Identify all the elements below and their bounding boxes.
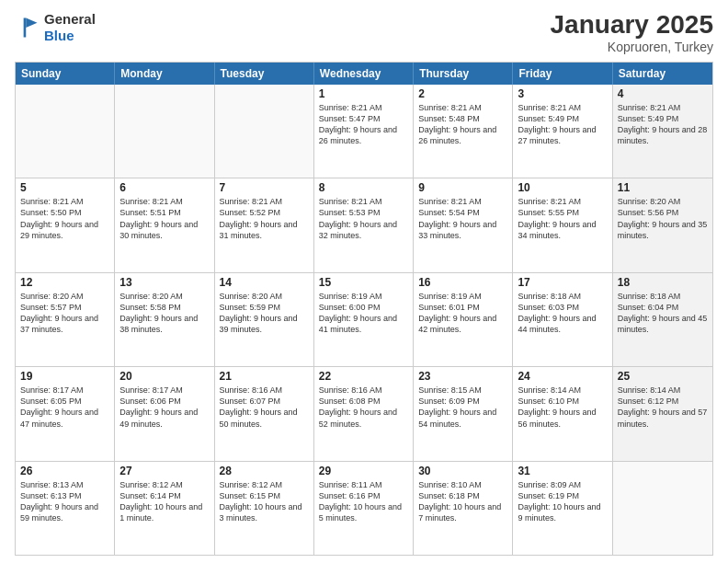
svg-rect-0 bbox=[15, 15, 40, 40]
day-info: Sunrise: 8:21 AM Sunset: 5:54 PM Dayligh… bbox=[418, 196, 507, 241]
day-info: Sunrise: 8:09 AM Sunset: 6:19 PM Dayligh… bbox=[518, 479, 607, 524]
day-info: Sunrise: 8:21 AM Sunset: 5:49 PM Dayligh… bbox=[518, 102, 607, 147]
day-number: 21 bbox=[220, 370, 309, 383]
day-cell: 25Sunrise: 8:14 AM Sunset: 6:12 PM Dayli… bbox=[613, 367, 712, 460]
day-cell: 2Sunrise: 8:21 AM Sunset: 5:48 PM Daylig… bbox=[414, 85, 513, 178]
calendar-body: 1Sunrise: 8:21 AM Sunset: 5:47 PM Daylig… bbox=[16, 85, 712, 555]
day-cell: 30Sunrise: 8:10 AM Sunset: 6:18 PM Dayli… bbox=[414, 462, 513, 555]
day-info: Sunrise: 8:14 AM Sunset: 6:10 PM Dayligh… bbox=[518, 385, 607, 430]
day-cell: 21Sunrise: 8:16 AM Sunset: 6:07 PM Dayli… bbox=[215, 367, 314, 460]
day-number: 8 bbox=[319, 181, 408, 194]
page: General Blue January 2025 Kopruoren, Tur… bbox=[0, 0, 728, 563]
day-cell: 27Sunrise: 8:12 AM Sunset: 6:14 PM Dayli… bbox=[115, 462, 214, 555]
day-info: Sunrise: 8:21 AM Sunset: 5:52 PM Dayligh… bbox=[220, 196, 309, 241]
day-info: Sunrise: 8:21 AM Sunset: 5:49 PM Dayligh… bbox=[618, 102, 708, 147]
logo: General Blue bbox=[15, 11, 96, 44]
day-cell: 13Sunrise: 8:20 AM Sunset: 5:58 PM Dayli… bbox=[115, 273, 214, 366]
day-header-thursday: Thursday bbox=[414, 63, 513, 85]
day-info: Sunrise: 8:17 AM Sunset: 6:06 PM Dayligh… bbox=[119, 385, 209, 430]
title-block: January 2025 Kopruoren, Turkey bbox=[551, 11, 713, 54]
day-number: 25 bbox=[618, 370, 708, 383]
day-number: 5 bbox=[20, 181, 109, 194]
day-info: Sunrise: 8:20 AM Sunset: 5:58 PM Dayligh… bbox=[119, 291, 209, 336]
day-number: 26 bbox=[20, 465, 109, 477]
calendar: SundayMondayTuesdayWednesdayThursdayFrid… bbox=[15, 62, 713, 556]
day-number: 3 bbox=[518, 87, 607, 100]
week-row-4: 19Sunrise: 8:17 AM Sunset: 6:05 PM Dayli… bbox=[16, 366, 712, 460]
day-header-sunday: Sunday bbox=[16, 63, 115, 85]
day-info: Sunrise: 8:14 AM Sunset: 6:12 PM Dayligh… bbox=[618, 385, 708, 430]
day-cell bbox=[613, 462, 712, 555]
day-cell: 18Sunrise: 8:18 AM Sunset: 6:04 PM Dayli… bbox=[613, 273, 712, 366]
day-number: 22 bbox=[319, 370, 408, 383]
day-cell: 26Sunrise: 8:13 AM Sunset: 6:13 PM Dayli… bbox=[16, 462, 115, 555]
day-number: 23 bbox=[418, 370, 507, 383]
day-cell: 23Sunrise: 8:15 AM Sunset: 6:09 PM Dayli… bbox=[414, 367, 513, 460]
day-number: 20 bbox=[119, 370, 209, 383]
day-info: Sunrise: 8:16 AM Sunset: 6:07 PM Dayligh… bbox=[220, 385, 309, 430]
day-info: Sunrise: 8:11 AM Sunset: 6:16 PM Dayligh… bbox=[319, 479, 408, 524]
day-info: Sunrise: 8:21 AM Sunset: 5:51 PM Dayligh… bbox=[119, 196, 209, 241]
day-cell: 31Sunrise: 8:09 AM Sunset: 6:19 PM Dayli… bbox=[513, 462, 612, 555]
day-number: 24 bbox=[518, 370, 607, 383]
day-info: Sunrise: 8:12 AM Sunset: 6:14 PM Dayligh… bbox=[119, 479, 209, 524]
day-cell: 3Sunrise: 8:21 AM Sunset: 5:49 PM Daylig… bbox=[513, 85, 612, 178]
day-info: Sunrise: 8:13 AM Sunset: 6:13 PM Dayligh… bbox=[20, 479, 109, 524]
day-cell: 11Sunrise: 8:20 AM Sunset: 5:56 PM Dayli… bbox=[613, 178, 712, 271]
day-cell: 10Sunrise: 8:21 AM Sunset: 5:55 PM Dayli… bbox=[513, 178, 612, 271]
week-row-1: 1Sunrise: 8:21 AM Sunset: 5:47 PM Daylig… bbox=[16, 85, 712, 178]
day-info: Sunrise: 8:20 AM Sunset: 5:56 PM Dayligh… bbox=[618, 196, 708, 241]
day-cell: 22Sunrise: 8:16 AM Sunset: 6:08 PM Dayli… bbox=[314, 367, 414, 460]
day-cell: 6Sunrise: 8:21 AM Sunset: 5:51 PM Daylig… bbox=[115, 178, 214, 271]
day-cell: 19Sunrise: 8:17 AM Sunset: 6:05 PM Dayli… bbox=[16, 367, 115, 460]
week-row-5: 26Sunrise: 8:13 AM Sunset: 6:13 PM Dayli… bbox=[16, 461, 712, 555]
day-header-wednesday: Wednesday bbox=[314, 63, 414, 85]
week-row-2: 5Sunrise: 8:21 AM Sunset: 5:50 PM Daylig… bbox=[16, 178, 712, 271]
logo-icon bbox=[15, 15, 40, 40]
day-number: 13 bbox=[119, 276, 209, 289]
day-number: 30 bbox=[418, 465, 507, 477]
day-info: Sunrise: 8:21 AM Sunset: 5:48 PM Dayligh… bbox=[418, 102, 507, 147]
logo-general-text: General bbox=[44, 11, 96, 27]
day-info: Sunrise: 8:19 AM Sunset: 6:01 PM Dayligh… bbox=[418, 291, 507, 336]
day-info: Sunrise: 8:17 AM Sunset: 6:05 PM Dayligh… bbox=[20, 385, 109, 430]
day-cell: 5Sunrise: 8:21 AM Sunset: 5:50 PM Daylig… bbox=[16, 178, 115, 271]
day-headers: SundayMondayTuesdayWednesdayThursdayFrid… bbox=[16, 63, 712, 85]
day-info: Sunrise: 8:21 AM Sunset: 5:50 PM Dayligh… bbox=[20, 196, 109, 241]
day-number: 9 bbox=[418, 181, 507, 194]
day-cell: 1Sunrise: 8:21 AM Sunset: 5:47 PM Daylig… bbox=[314, 85, 414, 178]
day-number: 17 bbox=[518, 276, 607, 289]
svg-marker-1 bbox=[26, 18, 37, 29]
location: Kopruoren, Turkey bbox=[551, 40, 713, 54]
day-info: Sunrise: 8:19 AM Sunset: 6:00 PM Dayligh… bbox=[319, 291, 408, 336]
week-row-3: 12Sunrise: 8:20 AM Sunset: 5:57 PM Dayli… bbox=[16, 272, 712, 366]
day-number: 28 bbox=[220, 465, 309, 477]
day-cell: 9Sunrise: 8:21 AM Sunset: 5:54 PM Daylig… bbox=[414, 178, 513, 271]
day-info: Sunrise: 8:16 AM Sunset: 6:08 PM Dayligh… bbox=[319, 385, 408, 430]
day-number: 14 bbox=[220, 276, 309, 289]
day-cell: 24Sunrise: 8:14 AM Sunset: 6:10 PM Dayli… bbox=[513, 367, 612, 460]
day-info: Sunrise: 8:21 AM Sunset: 5:53 PM Dayligh… bbox=[319, 196, 408, 241]
day-cell bbox=[115, 85, 214, 178]
day-header-friday: Friday bbox=[513, 63, 612, 85]
day-number: 4 bbox=[618, 87, 708, 100]
day-number: 18 bbox=[618, 276, 708, 289]
day-header-monday: Monday bbox=[115, 63, 214, 85]
day-info: Sunrise: 8:15 AM Sunset: 6:09 PM Dayligh… bbox=[418, 385, 507, 430]
day-header-saturday: Saturday bbox=[613, 63, 712, 85]
day-cell: 16Sunrise: 8:19 AM Sunset: 6:01 PM Dayli… bbox=[414, 273, 513, 366]
day-cell: 29Sunrise: 8:11 AM Sunset: 6:16 PM Dayli… bbox=[314, 462, 414, 555]
day-cell: 4Sunrise: 8:21 AM Sunset: 5:49 PM Daylig… bbox=[613, 85, 712, 178]
day-number: 2 bbox=[418, 87, 507, 100]
day-info: Sunrise: 8:21 AM Sunset: 5:47 PM Dayligh… bbox=[319, 102, 408, 147]
day-cell: 28Sunrise: 8:12 AM Sunset: 6:15 PM Dayli… bbox=[215, 462, 314, 555]
day-number: 12 bbox=[20, 276, 109, 289]
day-header-tuesday: Tuesday bbox=[215, 63, 314, 85]
day-info: Sunrise: 8:10 AM Sunset: 6:18 PM Dayligh… bbox=[418, 479, 507, 524]
day-info: Sunrise: 8:18 AM Sunset: 6:04 PM Dayligh… bbox=[618, 291, 708, 336]
logo-blue-text: Blue bbox=[44, 28, 74, 43]
day-number: 27 bbox=[119, 465, 209, 477]
day-cell: 8Sunrise: 8:21 AM Sunset: 5:53 PM Daylig… bbox=[314, 178, 414, 271]
day-info: Sunrise: 8:21 AM Sunset: 5:55 PM Dayligh… bbox=[518, 196, 607, 241]
day-number: 7 bbox=[220, 181, 309, 194]
